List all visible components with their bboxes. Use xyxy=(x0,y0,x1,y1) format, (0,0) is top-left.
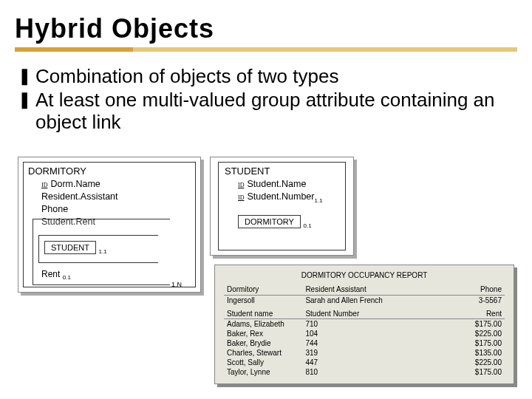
student-diagram: STUDENT IDStudent.Name IDStudent.Number1… xyxy=(210,157,354,256)
bullet-icon: ❚ xyxy=(18,65,35,87)
card-label: 1.1 xyxy=(314,197,322,203)
cell-number: 104 xyxy=(302,329,437,338)
object-name: DORMITORY xyxy=(28,166,191,177)
dormitory-diagram: DORMITORY IDDorm.Name Resident.Assistant… xyxy=(18,157,201,293)
bullet-item: ❚ Combination of objects of two types xyxy=(18,65,514,87)
col-student-name: Student name xyxy=(224,305,302,319)
cell-name: Taylor, Lynne xyxy=(224,367,302,377)
report-table: Dormitory Resident Assistant Phone Inger… xyxy=(224,284,505,377)
slide-title: Hybrid Objects xyxy=(15,13,517,44)
student-link: STUDENT xyxy=(44,241,96,254)
cell-name: Scott, Sally xyxy=(224,358,302,367)
attr-ra: Resident.Assistant xyxy=(41,191,191,203)
attr-phone: Phone xyxy=(41,203,191,216)
table-row: Baker, Brydie744$175.00 xyxy=(224,338,505,348)
cell-rent: $175.00 xyxy=(437,319,505,330)
title-underline xyxy=(15,47,517,52)
attr-student-name: Student.Name xyxy=(247,179,306,189)
col-phone: Phone xyxy=(437,284,505,296)
attr-rent: Rent xyxy=(41,269,60,279)
cell-number: 744 xyxy=(302,338,437,348)
card-label: 0.1 xyxy=(63,274,71,281)
attr-dorm-name: Dorm.Name xyxy=(50,179,100,189)
bullet-text: At least one multi-valued group attribut… xyxy=(35,89,514,133)
cell-ra: Sarah and Allen French xyxy=(302,296,437,306)
cell-rent: $175.00 xyxy=(437,367,505,377)
report-title: DORMITORY OCCUPANCY REPORT xyxy=(224,271,505,279)
table-row: Taylor, Lynne810$175.00 xyxy=(224,367,505,377)
cell-rent: $225.00 xyxy=(437,358,505,367)
col-rent: Rent xyxy=(437,305,505,319)
bullet-list: ❚ Combination of objects of two types ❚ … xyxy=(0,52,532,142)
card-label: 1.N xyxy=(171,281,182,288)
card-label: 0.1 xyxy=(303,222,311,229)
bullet-text: Combination of objects of two types xyxy=(35,65,338,87)
cell-number: 319 xyxy=(302,348,437,358)
col-student-number: Student Number xyxy=(302,305,437,319)
cell-phone: 3-5567 xyxy=(437,296,505,306)
cell-number: 710 xyxy=(302,319,437,330)
cell-name: Baker, Brydie xyxy=(224,338,302,348)
card-label: 1.1 xyxy=(99,248,107,255)
cell-rent: $225.00 xyxy=(437,329,505,338)
cell-dormitory: Ingersoll xyxy=(224,296,302,306)
cell-number: 447 xyxy=(302,358,437,367)
cell-name: Baker, Rex xyxy=(224,329,302,338)
cell-name: Adams, Elizabeth xyxy=(224,319,302,330)
table-row: Charles, Stewart319$135.00 xyxy=(224,348,505,358)
cell-number: 810 xyxy=(302,367,437,377)
object-name: STUDENT xyxy=(225,166,339,177)
dormitory-link: DORMITORY xyxy=(238,215,301,228)
cell-rent: $175.00 xyxy=(437,338,505,348)
col-ra: Resident Assistant xyxy=(302,284,437,296)
table-row: Baker, Rex104$225.00 xyxy=(224,329,505,338)
table-row: Scott, Sally447$225.00 xyxy=(224,358,505,367)
col-dormitory: Dormitory xyxy=(224,284,302,296)
table-row: Adams, Elizabeth710$175.00 xyxy=(224,319,505,330)
attr-student-number: Student.Number xyxy=(247,191,314,202)
cell-name: Charles, Stewart xyxy=(224,348,302,358)
bullet-icon: ❚ xyxy=(18,89,35,111)
cell-rent: $135.00 xyxy=(437,348,505,358)
bullet-item: ❚ At least one multi-valued group attrib… xyxy=(18,89,514,133)
occupancy-report: DORMITORY OCCUPANCY REPORT Dormitory Res… xyxy=(214,265,514,384)
